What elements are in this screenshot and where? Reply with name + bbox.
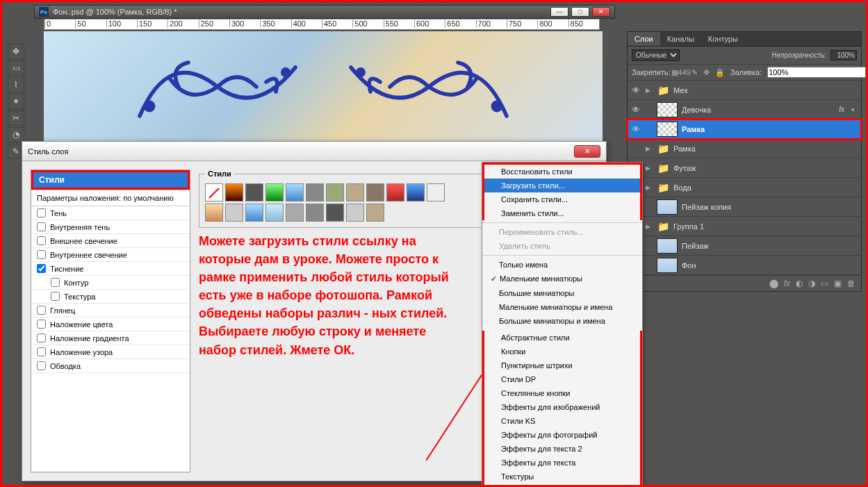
lock-all-icon[interactable]: 🔒 xyxy=(715,67,725,77)
preset-item[interactable]: Стеклянные кнопки xyxy=(484,386,640,400)
menu-restore-styles[interactable]: Восстановить стили xyxy=(484,165,640,179)
style-swatch[interactable] xyxy=(205,204,223,222)
maximize-button[interactable]: □ xyxy=(571,7,589,17)
expand-icon[interactable]: ▶ xyxy=(646,145,653,152)
layer-row[interactable]: 👁▶📁Футаж xyxy=(628,158,861,178)
effect-row[interactable]: Внешнее свечение xyxy=(31,234,190,248)
effect-checkbox[interactable] xyxy=(37,208,46,217)
menu-large-thumbs-names[interactable]: Большие миниатюры и имена xyxy=(482,314,642,328)
eyedropper-tool[interactable]: ◔ xyxy=(8,127,24,142)
style-swatch[interactable] xyxy=(225,183,243,201)
style-swatch[interactable] xyxy=(386,183,404,201)
preset-item[interactable]: Эффекты для изображений xyxy=(484,400,640,414)
visibility-icon[interactable]: 👁 xyxy=(630,85,641,95)
wand-tool[interactable]: ✦ xyxy=(8,94,24,109)
close-button[interactable]: ✕ xyxy=(592,7,610,17)
fx-icon[interactable]: fx xyxy=(784,279,790,288)
link-layers-icon[interactable]: ⬤ xyxy=(769,279,778,288)
effect-row[interactable]: Наложение цвета xyxy=(31,317,190,331)
style-swatch[interactable] xyxy=(286,183,304,201)
layer-row[interactable]: 👁Фон xyxy=(628,256,861,275)
preset-item[interactable]: Кнопки xyxy=(484,345,640,358)
preset-item[interactable]: Стили KS xyxy=(484,414,640,428)
new-layer-icon[interactable]: ▣ xyxy=(834,279,842,288)
style-swatch[interactable] xyxy=(225,204,243,222)
style-swatch[interactable] xyxy=(427,183,445,201)
document-titlebar[interactable]: Ps Фон..psd @ 100% (Рамка, RGB/8) * — □ … xyxy=(34,5,615,19)
lasso-tool[interactable]: ⌇ xyxy=(8,77,24,92)
effect-row[interactable]: Контур xyxy=(31,276,190,290)
effect-row[interactable]: Внутренняя тень xyxy=(31,220,190,234)
effect-row[interactable]: Наложение градиента xyxy=(31,331,190,345)
layer-thumbnail[interactable] xyxy=(657,238,678,254)
layer-row[interactable]: 👁▶📁Вода xyxy=(628,178,861,197)
layer-row[interactable]: ▶📁Рамка xyxy=(628,139,861,158)
effect-checkbox[interactable] xyxy=(37,361,46,370)
preset-item[interactable]: Текстуры xyxy=(484,470,640,484)
style-swatch[interactable] xyxy=(366,204,384,222)
preset-item[interactable]: Пунктирные штрихи xyxy=(484,358,640,372)
effect-row[interactable]: Тень xyxy=(31,206,190,220)
crop-tool[interactable]: ✂ xyxy=(8,110,24,126)
style-swatch[interactable] xyxy=(326,204,344,222)
menu-replace-styles[interactable]: Заменить стили... xyxy=(484,206,640,220)
lock-transparent-icon[interactable]: ▦449 xyxy=(676,67,686,77)
move-tool[interactable]: ✥ xyxy=(8,44,24,59)
layer-thumbnail[interactable] xyxy=(657,122,678,137)
effect-checkbox[interactable] xyxy=(37,347,46,356)
layer-row[interactable]: 👁▶📁Группа 1 xyxy=(628,217,861,236)
expand-icon[interactable]: ▶ xyxy=(646,223,653,230)
style-swatch[interactable] xyxy=(366,183,384,201)
layer-thumbnail[interactable] xyxy=(657,258,678,273)
preset-item[interactable]: Эффекты для фотографий xyxy=(484,428,640,442)
style-swatch[interactable] xyxy=(286,204,304,222)
layer-row[interactable]: 👁Пейзаж xyxy=(628,236,861,256)
dialog-titlebar[interactable]: Стиль слоя ✕ xyxy=(22,142,606,161)
marquee-tool[interactable]: ▭ xyxy=(8,60,24,76)
layer-thumbnail[interactable] xyxy=(657,199,678,215)
expand-icon[interactable]: ▶ xyxy=(646,184,653,191)
blend-mode-select[interactable]: Обычные xyxy=(632,49,680,61)
blending-params[interactable]: Параметры наложения: по умолчанию xyxy=(31,190,190,206)
style-swatch[interactable] xyxy=(306,183,324,201)
fx-badge[interactable]: fx xyxy=(839,106,844,113)
effect-row[interactable]: Глянец xyxy=(31,304,190,317)
effect-checkbox[interactable] xyxy=(37,222,46,231)
effect-checkbox[interactable] xyxy=(37,236,46,245)
preset-item[interactable]: Web-стили xyxy=(484,484,640,487)
style-swatch[interactable] xyxy=(346,204,364,222)
effect-row[interactable]: Обводка xyxy=(31,359,190,373)
preset-item[interactable]: Эффекты для текста 2 xyxy=(484,442,640,456)
visibility-icon[interactable]: 👁 xyxy=(630,124,641,134)
group-icon[interactable]: ▭ xyxy=(821,279,828,288)
opacity-input[interactable] xyxy=(830,50,857,60)
layer-row[interactable]: 👁Девочкаfx▾ xyxy=(628,100,861,119)
visibility-icon[interactable]: 👁 xyxy=(630,105,641,115)
trash-icon[interactable]: 🗑 xyxy=(847,279,855,288)
style-swatch[interactable] xyxy=(245,204,263,222)
style-swatch[interactable] xyxy=(265,183,284,201)
style-none[interactable] xyxy=(205,183,223,201)
effect-checkbox[interactable] xyxy=(37,250,46,259)
tab-paths[interactable]: Контуры xyxy=(701,32,745,46)
style-swatch[interactable] xyxy=(346,183,364,201)
adjustment-icon[interactable]: ◑ xyxy=(808,279,815,288)
menu-small-thumbs[interactable]: Маленькие миниатюры xyxy=(482,272,642,286)
styles-header[interactable]: Стили xyxy=(33,172,188,188)
tab-channels[interactable]: Каналы xyxy=(660,32,701,46)
expand-icon[interactable]: ▶ xyxy=(646,87,653,94)
preset-item[interactable]: Стили DP xyxy=(484,372,640,386)
effect-checkbox[interactable] xyxy=(37,306,46,315)
effect-checkbox[interactable] xyxy=(51,292,60,301)
dialog-close-button[interactable]: ✕ xyxy=(574,145,600,158)
layer-thumbnail[interactable] xyxy=(657,102,678,117)
effect-checkbox[interactable] xyxy=(51,278,60,287)
effect-checkbox[interactable] xyxy=(37,320,46,329)
style-swatch[interactable] xyxy=(265,204,284,222)
effect-checkbox[interactable] xyxy=(37,333,46,342)
menu-save-styles[interactable]: Сохранить стили... xyxy=(484,192,640,206)
mask-icon[interactable]: ◐ xyxy=(796,279,803,288)
preset-item[interactable]: Абстрактные стили xyxy=(484,331,640,345)
effect-row[interactable]: Текстура xyxy=(31,290,190,304)
effect-row[interactable]: Наложение узора xyxy=(31,345,190,359)
